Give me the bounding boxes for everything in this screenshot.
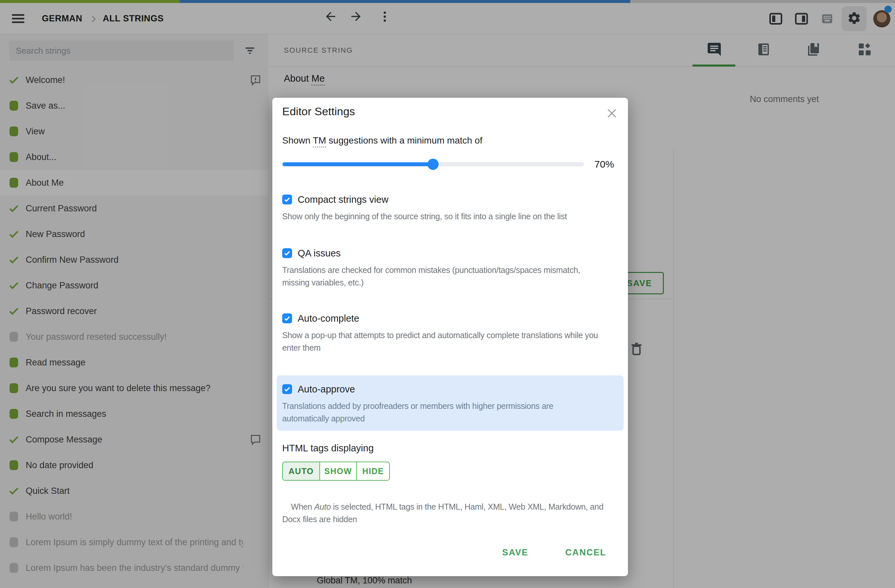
tm-match-value: 70%	[595, 159, 614, 170]
checkbox-checked[interactable]	[282, 314, 292, 323]
checkbox-checked[interactable]	[282, 248, 292, 258]
option-label[interactable]: QA issues	[298, 248, 341, 259]
option-description: Translations are checked for common mist…	[282, 264, 618, 289]
tm-match-label: Shown TM suggestions with a minimum matc…	[282, 135, 482, 146]
option-description: Show a pop-up that attempts to predict a…	[282, 329, 618, 354]
html-desc-auto: Auto	[314, 502, 331, 511]
html-tags-show-button[interactable]: SHOW	[319, 462, 356, 480]
save-button[interactable]: SAVE	[497, 543, 534, 562]
html-tags-hide-button[interactable]: HIDE	[356, 462, 389, 480]
option-label[interactable]: Auto-complete	[298, 313, 359, 324]
html-tags-heading: HTML tags displaying	[282, 443, 374, 454]
slider-fill	[282, 162, 433, 166]
slider-thumb[interactable]	[428, 159, 438, 170]
option-label[interactable]: Compact strings view	[298, 194, 388, 205]
option-description: Translations added by proofreaders or me…	[282, 400, 623, 425]
checkbox-checked[interactable]	[282, 195, 292, 205]
html-tags-segmented-control: AUTO SHOW HIDE	[282, 462, 390, 481]
cancel-button[interactable]: CANCEL	[560, 543, 612, 562]
tm-abbreviation[interactable]: TM	[313, 135, 326, 147]
close-icon[interactable]	[604, 106, 619, 121]
html-tags-description: When Auto is selected, HTML tags in the …	[282, 488, 604, 538]
checkbox-checked[interactable]	[282, 384, 292, 394]
dialog-title: Editor Settings	[282, 105, 355, 118]
option-compact-strings: Compact strings view Show only the begin…	[282, 193, 618, 223]
html-tags-auto-button[interactable]: AUTO	[283, 462, 319, 480]
option-auto-approve-highlighted: Auto-approve Translations added by proof…	[277, 375, 623, 430]
option-description: Show only the beginning of the source st…	[282, 210, 618, 223]
dialog-footer: SAVE CANCEL	[497, 543, 611, 562]
tm-label-suffix: suggestions with a minimum match of	[326, 135, 482, 145]
option-label[interactable]: Auto-approve	[298, 384, 355, 395]
tm-match-slider[interactable]	[282, 162, 584, 166]
tm-match-slider-row: 70%	[282, 155, 618, 174]
option-qa-issues: QA issues Translations are checked for c…	[282, 247, 618, 289]
option-auto-complete: Auto-complete Show a pop-up that attempt…	[282, 312, 618, 354]
tm-label-prefix: Shown	[282, 135, 313, 145]
editor-settings-dialog: Editor Settings Shown TM suggestions wit…	[272, 98, 628, 576]
html-desc-prefix: When	[291, 502, 314, 511]
